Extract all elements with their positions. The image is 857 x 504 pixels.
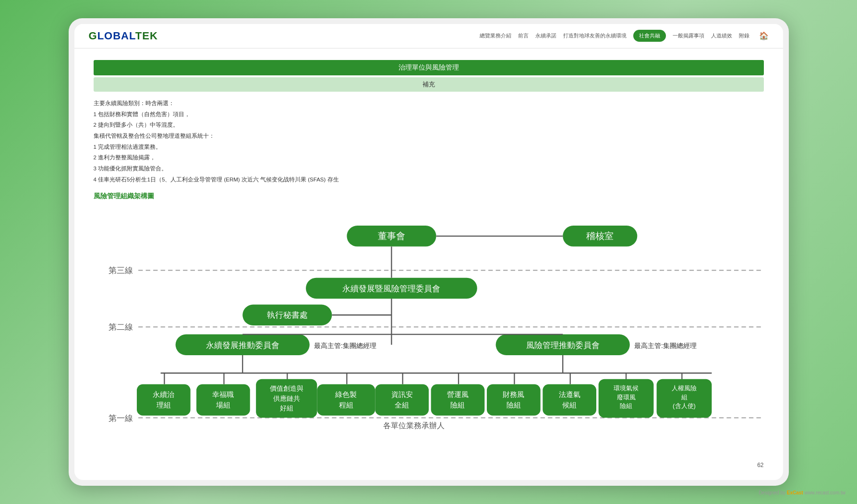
desc-line-7: 4 佳車光研石5分析生1日（5、人工利企业导管管理 (ERM) 次近六 气候变化…	[94, 175, 764, 185]
org-chart-title: 風險管理組織架構圖	[94, 192, 764, 201]
page-number: 62	[94, 462, 764, 468]
svg-rect-42	[486, 384, 540, 416]
bottom-units-label: 各單位業務承辦人	[383, 421, 444, 430]
box-2: 幸福職	[212, 391, 234, 398]
svg-text:供應鏈共: 供應鏈共	[273, 395, 300, 402]
org-chart-svg: 第三線 第二線 第一線 各單位業務承辦人 董事會 稽	[94, 209, 764, 455]
title-bar-main: 治理單位與風險管理	[94, 60, 764, 75]
nav-intro[interactable]: 前言	[518, 32, 529, 39]
box-1: 永續治	[153, 391, 174, 398]
nav-earth[interactable]: 打造對地球友善的永續環境	[563, 32, 627, 39]
nav-general[interactable]: 一般揭露事項	[673, 32, 704, 39]
audit-node: 稽核室	[586, 231, 614, 241]
box-9: 環境氣候	[614, 384, 639, 392]
device-inner: GLOBALTEK 總覽業務介紹 前言 永續承諾 打造對地球友善的永續環境 社會…	[74, 24, 783, 480]
desc-line-1: 1 包括財務和實體（自然危害）項目，	[94, 109, 764, 120]
svg-text:候組: 候組	[562, 401, 577, 409]
brand-name: ExCast	[787, 490, 803, 495]
desc-line-4: 1 完成管理相法過渡業務。	[94, 142, 764, 152]
svg-text:組: 組	[680, 394, 687, 401]
desc-intro: 主要永續風險類別：時含兩選：	[94, 98, 764, 108]
nav-commitment[interactable]: 永續承諾	[535, 32, 556, 39]
svg-text:理組: 理組	[156, 401, 170, 409]
box-7: 財務風	[503, 391, 524, 398]
svg-rect-40	[431, 384, 484, 416]
svg-text:(含人使): (含人使)	[673, 402, 696, 409]
zone-line2-label: 第二線	[109, 323, 133, 332]
exec-sec-node: 執行秘書處	[266, 311, 307, 320]
box-4: 綠色製	[335, 391, 357, 398]
logo: GLOBALTEK	[89, 30, 158, 42]
board-node: 董事會	[377, 231, 405, 241]
description-section: 主要永續風險類別：時含兩選： 1 包括財務和實體（自然危害）項目， 2 捷向到暨…	[94, 98, 764, 185]
desc-line-2: 2 捷向到暨多小（共）中等混度。	[94, 120, 764, 130]
svg-rect-31	[196, 384, 250, 416]
nav-overview[interactable]: 總覽業務介紹	[480, 32, 511, 39]
nav-social[interactable]: 社會共融	[633, 30, 666, 42]
esg-risk-node: 永續發展暨風險管理委員會	[342, 284, 440, 293]
nav-bar: GLOBALTEK 總覽業務介紹 前言 永續承諾 打造對地球友善的永續環境 社會…	[74, 24, 783, 48]
box-6: 營運風	[447, 391, 468, 398]
chief2-label: 最高主管:集團總經理	[634, 342, 697, 349]
svg-text:廢環風: 廢環風	[616, 394, 635, 401]
esg-committee-node: 永續發展推動委員會	[205, 341, 279, 350]
box-8: 法遵氣	[558, 391, 580, 398]
home-icon[interactable]: 🏠	[759, 31, 769, 40]
svg-rect-44	[543, 384, 596, 416]
svg-text:程組: 程組	[338, 401, 353, 409]
svg-text:險組: 險組	[506, 401, 520, 409]
nav-links: 總覽業務介紹 前言 永續承諾 打造對地球友善的永續環境 社會共融 一般揭露事項 …	[480, 30, 769, 42]
svg-text:場組: 場組	[215, 401, 230, 409]
footer-designed-by: Designed by ExCast www.recast.com.tw	[759, 490, 845, 495]
risk-committee-node: 風險管理推動委員會	[526, 341, 599, 350]
svg-rect-36	[317, 384, 375, 416]
box-3: 價值創造與	[269, 385, 303, 393]
svg-rect-38	[375, 384, 429, 416]
zone-line1-label: 第一線	[109, 414, 133, 423]
svg-text:全組: 全組	[395, 401, 409, 409]
svg-text:好組: 好組	[279, 404, 293, 412]
box-10: 人權風險	[672, 384, 697, 392]
chief1-label: 最高主管:集團總經理	[314, 342, 376, 349]
nav-human[interactable]: 人道績效	[711, 32, 732, 39]
box-5: 資訊安	[391, 391, 412, 398]
device-frame: GLOBALTEK 總覽業務介紹 前言 永續承諾 打造對地球友善的永續環境 社會…	[69, 18, 789, 486]
zone-line3-label: 第三線	[109, 266, 133, 276]
svg-text:險組: 險組	[620, 402, 632, 409]
desc-line-3: 集積代管轄及整合性公司整地理道整組系統十：	[94, 131, 764, 141]
desc-line-5: 2 進利力整整風險揭露，	[94, 153, 764, 163]
svg-text:險組: 險組	[450, 401, 465, 409]
svg-rect-29	[136, 384, 190, 416]
org-chart: 第三線 第二線 第一線 各單位業務承辦人 董事會 稽	[94, 209, 764, 457]
main-content: 治理單位與風險管理 補充 主要永續風險類別：時含兩選： 1 包括財務和實體（自然…	[74, 48, 783, 480]
title-bar-sub: 補充	[94, 77, 764, 92]
nav-appendix[interactable]: 附錄	[739, 32, 749, 39]
desc-line-6: 3 功能優化抓附實風險管合。	[94, 164, 764, 174]
